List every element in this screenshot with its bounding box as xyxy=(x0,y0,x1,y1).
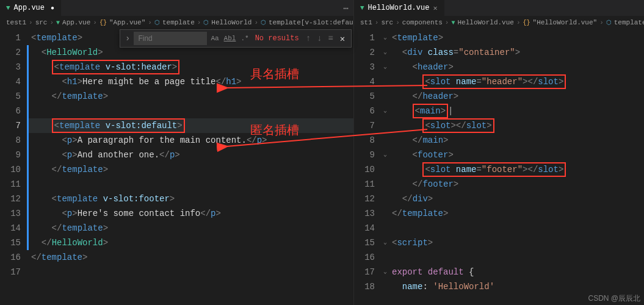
breadcrumb-segment[interactable]: HelloWorld.vue xyxy=(457,19,513,26)
find-input[interactable] xyxy=(134,32,207,45)
breadcrumbs[interactable]: test1›src›▼ App.vue›{} "App.vue"›⬡ templ… xyxy=(0,16,353,29)
match-word[interactable]: Abl xyxy=(223,34,237,43)
close-icon[interactable]: ✕ xyxy=(433,4,437,13)
breadcrumbs[interactable]: st1›src›components›▼ HelloWorld.vue›{} "… xyxy=(354,16,644,29)
code-area-left: 1234567891011121314151617 <template> <He… xyxy=(0,29,353,305)
breadcrumb-segment[interactable]: template xyxy=(614,19,644,26)
gutter: 1234567891011121314151617 xyxy=(0,29,27,305)
match-case[interactable]: Aa xyxy=(209,34,220,43)
tab-app-vue[interactable]: ▼ App.vue xyxy=(0,0,61,16)
more-icon[interactable]: ⋯ xyxy=(344,3,349,13)
regex[interactable]: .* xyxy=(239,34,250,43)
code[interactable]: <template> <HelloWorld> <template v-slot… xyxy=(29,29,353,305)
find-in-selection-icon[interactable]: ≡ xyxy=(326,34,335,43)
breadcrumb-segment[interactable]: template[v-slot:default] xyxy=(269,19,353,26)
breadcrumb-segment[interactable]: st1 xyxy=(360,19,372,26)
tab-label: App.vue xyxy=(14,4,45,12)
breadcrumb-segment[interactable]: template xyxy=(162,19,195,26)
breadcrumb-segment[interactable]: src xyxy=(381,19,393,26)
next-match-icon[interactable]: ↓ xyxy=(315,34,324,43)
expand-icon[interactable]: › xyxy=(124,34,131,43)
watermark: CSDN @辰辰北 xyxy=(588,293,640,304)
tab-actions: ⋯ xyxy=(344,3,353,13)
breadcrumb-segment[interactable]: "App.vue" xyxy=(109,19,145,26)
pane-right: ▼ HelloWorld.vue ✕ st1›src›components›▼ … xyxy=(354,0,644,305)
code[interactable]: <template> <div class="container"> <head… xyxy=(389,29,644,305)
tabbar-left: ▼ App.vue ⋯ xyxy=(0,0,353,16)
prev-match-icon[interactable]: ↑ xyxy=(304,34,313,43)
breadcrumb-segment[interactable]: src xyxy=(35,19,48,26)
gutter: 123456789101112131415161718 xyxy=(354,29,381,305)
code-area-right: 123456789101112131415161718 ⌄⌄⌄⌄⌄⌄⌄ <tem… xyxy=(354,29,644,305)
breadcrumb-segment[interactable]: App.vue xyxy=(62,19,90,26)
vue-icon: ▼ xyxy=(360,4,364,12)
close-find-icon[interactable]: ✕ xyxy=(338,34,347,44)
breadcrumb-segment[interactable]: components xyxy=(402,19,443,26)
breadcrumb-segment[interactable]: HelloWorld xyxy=(211,19,251,26)
find-status: No results xyxy=(255,34,299,43)
breadcrumb-segment[interactable]: test1 xyxy=(6,19,26,26)
tab-label: HelloWorld.vue xyxy=(368,4,430,12)
tabbar-right: ▼ HelloWorld.vue ✕ xyxy=(354,0,644,16)
tab-helloworld-vue[interactable]: ▼ HelloWorld.vue ✕ xyxy=(354,0,444,16)
fold-gutter[interactable]: ⌄⌄⌄⌄⌄⌄⌄ xyxy=(381,29,389,305)
vue-icon: ▼ xyxy=(6,4,10,12)
find-bar: › Aa Abl .* No results ↑ ↓ ≡ ✕ xyxy=(120,29,352,48)
breadcrumb-segment[interactable]: "HelloWorld.vue" xyxy=(533,19,598,26)
